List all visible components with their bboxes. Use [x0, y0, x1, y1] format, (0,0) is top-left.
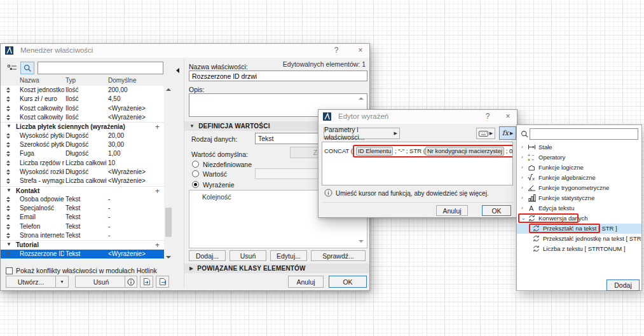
property-row[interactable]: Osoba odpowiedzi...Tekst-	[1, 195, 164, 205]
search-toggle-button[interactable]	[20, 62, 34, 74]
function-category[interactable]: ›+ −× ÷Operatory	[517, 152, 641, 163]
property-name-input[interactable]	[189, 71, 367, 81]
parameters-properties-button[interactable]: Parametry i właściwości... ▶	[324, 128, 400, 139]
chevron-collapsed-icon[interactable]: ›	[521, 195, 523, 201]
collapse-panel-icon[interactable]	[176, 68, 179, 73]
create-menu-button[interactable]: ▼	[55, 276, 69, 288]
expression-textarea[interactable]: CONCAT (ID Elementu ; "-" ; STR (Nr kond…	[322, 142, 513, 185]
function-category[interactable]: ›Funkcje logiczne	[517, 163, 641, 173]
linked-classes-section[interactable]: ▶ POWIĄZANE KLASY ELEMENTÓW	[184, 264, 369, 273]
radio-expression[interactable]	[192, 181, 199, 188]
functions-search-input[interactable]	[530, 128, 638, 140]
keyboard-button[interactable]: ▶	[476, 128, 495, 139]
delete-button[interactable]: Usuń	[75, 276, 127, 288]
function-category[interactable]: ›Stałe	[517, 142, 641, 152]
drag-handle-icon[interactable]	[6, 114, 11, 121]
column-header-name[interactable]: Nazwa	[20, 77, 39, 84]
property-row[interactable]: Liczba rzędów roz...Liczba całkowita10	[1, 159, 164, 168]
chevron-collapsed-icon[interactable]: ›	[521, 175, 523, 180]
pane-divider[interactable]	[184, 59, 184, 288]
remove-expression-button[interactable]: Usuń	[230, 250, 266, 261]
function-item[interactable]: Przekształć jednostkę na tekst [ STRCALC…	[517, 234, 641, 244]
property-row[interactable]: Wysokość rozkład...Długość<Wyrażenie>	[1, 168, 164, 177]
property-row[interactable]: Strefa - wymagana...Liczba całkowita<Wyr…	[1, 177, 164, 186]
column-header-default[interactable]: Domyślne	[108, 77, 136, 84]
cancel-button[interactable]: Anuluj	[288, 276, 324, 288]
drag-handle-icon[interactable]	[6, 87, 11, 93]
drag-handle-icon[interactable]	[6, 142, 11, 148]
drag-handle-icon[interactable]	[6, 133, 11, 139]
check-expression-button[interactable]: Sprawdź...	[311, 250, 366, 261]
collapse-arrow-icon[interactable]: ▼	[6, 241, 11, 247]
radio-undefined[interactable]	[192, 161, 199, 168]
scroll-down-icon[interactable]	[166, 256, 171, 259]
import-properties-button[interactable]	[140, 276, 153, 288]
scrollbar-thumb[interactable]	[165, 208, 172, 237]
property-row[interactable]: Koszt jednostkowyIlość200,00	[1, 86, 164, 95]
drag-handle-icon[interactable]	[6, 96, 11, 102]
hotlink-conflicts-checkbox[interactable]	[6, 267, 13, 274]
close-icon[interactable]: ×	[503, 112, 513, 121]
export-properties-button[interactable]	[156, 276, 169, 288]
function-category[interactable]: ⌄Konwersja danych	[517, 213, 641, 224]
property-row[interactable]: EmailTekst-	[1, 213, 164, 222]
create-button[interactable]: Utwórz...	[6, 276, 56, 288]
scroll-up-icon[interactable]	[166, 88, 171, 91]
property-manager-titlebar[interactable]: Menedżer właściwości ? ×	[1, 44, 369, 58]
property-row[interactable]: Strona internetowaTekst-	[1, 231, 164, 241]
drag-handle-icon[interactable]	[6, 151, 11, 157]
drag-handle-icon[interactable]	[6, 160, 11, 166]
function-item[interactable]: Liczba z tekstu [ STRTONUM ]	[517, 244, 641, 254]
chevron-collapsed-icon[interactable]: ›	[521, 165, 523, 170]
drag-handle-icon[interactable]	[6, 196, 11, 203]
info-button[interactable]	[125, 276, 137, 288]
drag-handle-icon[interactable]	[6, 105, 11, 112]
help-icon[interactable]: ?	[331, 46, 341, 55]
drag-handle-icon[interactable]	[6, 214, 11, 220]
property-row[interactable]: Szerokość płytkiDługość30,00	[1, 140, 164, 150]
edit-expression-button[interactable]: Edytuj...	[270, 250, 307, 261]
add-expression-button[interactable]: Dodaj...	[189, 250, 226, 261]
ok-button[interactable]: OK	[482, 205, 511, 216]
add-property-icon[interactable]: +	[155, 123, 160, 131]
add-property-icon[interactable]: +	[155, 187, 160, 196]
chevron-collapsed-icon[interactable]: ›	[521, 154, 523, 160]
property-row[interactable]: Koszt całkowity (zł)Ilość<Wyrażenie>	[1, 104, 164, 114]
drag-handle-icon[interactable]	[6, 224, 11, 230]
function-item[interactable]: Przekształć na tekst [ STR ]	[517, 224, 641, 234]
functions-button[interactable]: fx ▶	[499, 126, 516, 140]
function-category[interactable]: ›Funkcje statystyczne	[517, 193, 641, 203]
add-property-icon[interactable]: +	[155, 241, 160, 250]
story-number-chip[interactable]: Nr kondygnacji macierzystej	[425, 147, 504, 156]
ok-button[interactable]: OK	[329, 276, 367, 288]
property-row[interactable]: Rozszerzone ID dr...Tekst<Wyrażenie>	[1, 250, 164, 259]
help-icon[interactable]: ?	[483, 112, 493, 121]
chevron-expanded-icon[interactable]: ⌄	[521, 215, 526, 221]
element-id-chip[interactable]: ID Elementu	[356, 147, 393, 156]
expression-editor-titlebar[interactable]: Edytor wyrażeń ? ×	[319, 110, 517, 124]
drag-handle-icon[interactable]	[6, 205, 11, 212]
radio-value[interactable]	[192, 170, 199, 177]
add-function-button[interactable]: Dodaj	[606, 279, 640, 291]
tree-view-button[interactable]	[5, 62, 19, 74]
chevron-collapsed-icon[interactable]: ›	[521, 144, 523, 150]
scroll-down-icon[interactable]	[359, 240, 364, 243]
function-category[interactable]: ›xFunkcje algebraiczne	[517, 173, 641, 183]
drag-handle-icon[interactable]	[6, 232, 11, 239]
chevron-collapsed-icon[interactable]: ›	[521, 185, 523, 191]
drag-handle-icon[interactable]	[6, 169, 11, 175]
property-row[interactable]: Kurs zł / euroIlość4,50	[1, 95, 164, 104]
property-search-input[interactable]	[38, 62, 163, 74]
scroll-up-icon[interactable]	[359, 97, 364, 100]
drag-handle-icon[interactable]	[6, 251, 11, 257]
collapse-arrow-icon[interactable]: ▼	[6, 123, 11, 129]
property-row[interactable]: Koszt całkowity (eur)Ilość<Wyrażenie>	[1, 113, 164, 123]
function-category[interactable]: ›Funkcje trygonometryczne	[517, 183, 641, 193]
column-header-type[interactable]: Typ	[65, 77, 76, 84]
collapse-arrow-icon[interactable]: ▼	[6, 187, 11, 193]
cancel-button[interactable]: Anuluj	[436, 205, 468, 216]
property-row[interactable]: SpecjalnośćTekst-	[1, 204, 164, 213]
close-icon[interactable]: ×	[355, 46, 366, 55]
property-row[interactable]: FugaDługość1,00	[1, 149, 164, 159]
function-category[interactable]: ›AEdycja tekstu	[517, 203, 641, 213]
